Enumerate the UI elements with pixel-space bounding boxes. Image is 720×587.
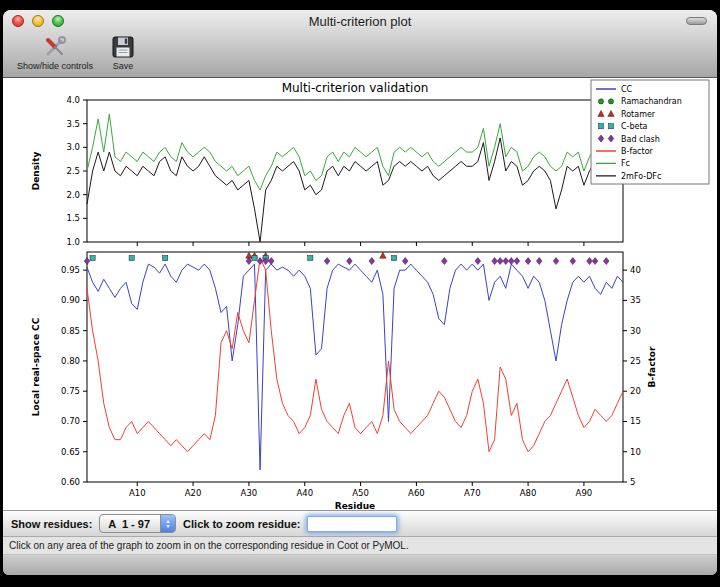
toolbar-toggle-lozenge[interactable] bbox=[686, 17, 707, 25]
close-button[interactable] bbox=[12, 15, 24, 27]
save-icon bbox=[109, 33, 137, 61]
tools-icon bbox=[41, 33, 69, 61]
show-residues-label: Show residues: bbox=[11, 518, 92, 530]
svg-text:B-factor: B-factor bbox=[621, 147, 654, 156]
svg-text:A40: A40 bbox=[296, 488, 313, 498]
minimize-button[interactable] bbox=[32, 15, 44, 27]
residue-range-value: A 1 - 97 bbox=[100, 515, 160, 532]
window-top: Multi-criterion plot bbox=[3, 10, 717, 78]
save-button[interactable]: Save bbox=[109, 33, 137, 71]
svg-text:A50: A50 bbox=[352, 488, 369, 498]
residue-range-select[interactable]: A 1 - 97 ▲▼ bbox=[99, 514, 176, 533]
svg-text:5: 5 bbox=[630, 477, 635, 487]
svg-text:Rotamer: Rotamer bbox=[621, 110, 656, 119]
svg-text:4.0: 4.0 bbox=[66, 95, 80, 105]
show-hide-controls-label: Show/hide controls bbox=[17, 61, 93, 71]
zoom-window-button[interactable] bbox=[52, 15, 64, 27]
svg-text:C-beta: C-beta bbox=[621, 122, 648, 131]
svg-text:15: 15 bbox=[630, 416, 641, 426]
zoom-residue-input[interactable] bbox=[307, 516, 397, 532]
controls-bar: Show residues: A 1 - 97 ▲▼ Click to zoom… bbox=[3, 510, 717, 536]
svg-text:0.95: 0.95 bbox=[61, 265, 80, 275]
status-text: Click on any area of the graph to zoom i… bbox=[9, 540, 409, 551]
svg-text:3.5: 3.5 bbox=[66, 119, 80, 129]
status-bar: Click on any area of the graph to zoom i… bbox=[3, 536, 717, 554]
svg-text:0.60: 0.60 bbox=[61, 477, 80, 487]
titlebar[interactable]: Multi-criterion plot bbox=[3, 10, 717, 32]
multi-criterion-plot-window: Multi-criterion plot bbox=[3, 10, 717, 575]
svg-text:2.5: 2.5 bbox=[66, 166, 80, 176]
svg-text:A20: A20 bbox=[185, 488, 202, 498]
svg-text:20: 20 bbox=[630, 386, 641, 396]
svg-text:B-factor: B-factor bbox=[647, 346, 657, 387]
svg-text:0.90: 0.90 bbox=[61, 295, 80, 305]
svg-text:Residue: Residue bbox=[335, 501, 375, 510]
multi-criterion-figure[interactable]: Multi-criterion validation1.01.52.02.53.… bbox=[3, 78, 717, 510]
svg-text:Multi-criterion validation: Multi-criterion validation bbox=[282, 81, 429, 95]
svg-text:Bad clash: Bad clash bbox=[621, 135, 660, 144]
svg-text:10: 10 bbox=[630, 447, 641, 457]
svg-text:1.5: 1.5 bbox=[66, 213, 80, 223]
svg-text:A30: A30 bbox=[241, 488, 258, 498]
svg-text:0.65: 0.65 bbox=[61, 447, 80, 457]
window-bottom-edge bbox=[3, 554, 717, 575]
save-label: Save bbox=[113, 61, 134, 71]
svg-text:Fc: Fc bbox=[621, 159, 630, 168]
svg-text:A70: A70 bbox=[464, 488, 481, 498]
svg-text:3.0: 3.0 bbox=[66, 142, 80, 152]
svg-text:A80: A80 bbox=[520, 488, 537, 498]
screen: Multi-criterion plot bbox=[0, 0, 720, 587]
svg-text:2.0: 2.0 bbox=[66, 190, 80, 200]
combo-stepper-icon: ▲▼ bbox=[160, 515, 175, 532]
svg-text:40: 40 bbox=[630, 265, 641, 275]
svg-text:CC: CC bbox=[621, 85, 633, 94]
traffic-lights bbox=[12, 15, 64, 27]
svg-text:A90: A90 bbox=[576, 488, 593, 498]
show-hide-controls-button[interactable]: Show/hide controls bbox=[17, 33, 93, 71]
svg-text:0.85: 0.85 bbox=[61, 326, 80, 336]
svg-text:2mFo-DFc: 2mFo-DFc bbox=[621, 172, 661, 181]
svg-text:Density: Density bbox=[31, 152, 41, 191]
plot-area: Multi-criterion validation1.01.52.02.53.… bbox=[3, 78, 717, 510]
toolbar: Show/hide controls Save bbox=[3, 32, 717, 77]
svg-text:A60: A60 bbox=[408, 488, 425, 498]
svg-text:1.0: 1.0 bbox=[66, 237, 80, 247]
svg-text:Local real-space CC: Local real-space CC bbox=[31, 317, 41, 416]
svg-text:30: 30 bbox=[630, 326, 641, 336]
svg-text:A10: A10 bbox=[129, 488, 146, 498]
svg-text:35: 35 bbox=[630, 295, 641, 305]
svg-text:0.75: 0.75 bbox=[61, 386, 80, 396]
zoom-residue-label: Click to zoom residue: bbox=[183, 518, 300, 530]
svg-text:Ramachandran: Ramachandran bbox=[621, 97, 682, 106]
svg-text:0.80: 0.80 bbox=[61, 356, 80, 366]
window-title: Multi-criterion plot bbox=[3, 14, 717, 29]
svg-text:0.70: 0.70 bbox=[61, 416, 80, 426]
svg-text:25: 25 bbox=[630, 356, 641, 366]
